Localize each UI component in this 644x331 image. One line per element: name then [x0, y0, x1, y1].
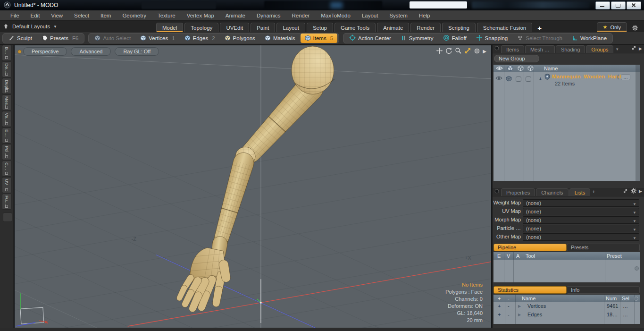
visibility-eye-icon[interactable] — [496, 66, 503, 72]
menu-item-dynamics[interactable]: Dynamics — [251, 10, 286, 21]
viewport-mode-button[interactable]: Perspective — [23, 47, 67, 56]
new-group-button[interactable]: New Group — [494, 55, 539, 62]
row-arrow-icon[interactable]: ▶ — [518, 304, 521, 308]
panel-knob-icon[interactable] — [494, 189, 499, 195]
filter-toggle-icon[interactable] — [527, 65, 534, 72]
panel-gear-icon[interactable] — [630, 187, 637, 195]
menu-item-animate[interactable]: Animate — [220, 10, 251, 21]
viewport-flyout-arrow-icon[interactable]: ▶ — [483, 49, 486, 54]
panel-flyout-arrow-icon[interactable]: ▶ — [639, 46, 642, 51]
orbit-rotate-icon[interactable] — [445, 47, 452, 55]
row-toggle-box[interactable] — [526, 76, 531, 82]
panel-knob-icon[interactable] — [494, 46, 499, 51]
menu-item-file[interactable]: File — [5, 10, 25, 21]
minimize-button[interactable] — [595, 1, 610, 9]
row-eye-icon[interactable] — [495, 76, 502, 82]
row-toggle-box[interactable] — [516, 76, 521, 82]
left-tab-fusion[interactable]: Fu… — [2, 194, 12, 210]
tab-items[interactable]: Items — [501, 45, 524, 53]
auto-select-button[interactable]: Auto Select — [90, 34, 135, 43]
menu-item-maxtomodo[interactable]: MaxToModo — [315, 10, 356, 21]
scroll-notch[interactable] — [635, 266, 639, 271]
weight-map-select[interactable]: (none)▼ — [523, 199, 639, 207]
menu-item-texture[interactable]: Texture — [152, 10, 181, 21]
symmetry-button[interactable]: Symmetry — [396, 34, 438, 43]
viewport-3d-canvas[interactable]: -Z +X — [15, 45, 491, 328]
row-arrow-icon[interactable]: ▶ — [518, 313, 521, 317]
falloff-button[interactable]: Falloff — [439, 34, 471, 43]
viewport-shading-button[interactable]: Advanced — [71, 47, 111, 56]
maximize-viewport-icon[interactable] — [464, 47, 471, 55]
tab-scripting[interactable]: Scripting — [442, 23, 476, 32]
sculpt-button[interactable]: Sculpt — [4, 34, 36, 43]
stat-row-vertices[interactable]: + - ▶ Vertices 9461 … — [493, 302, 640, 311]
tab-layout[interactable]: Layout — [276, 23, 305, 32]
col-collapse[interactable]: - — [508, 295, 510, 302]
viewport-options-gear-icon[interactable] — [474, 48, 480, 55]
menu-item-item[interactable]: Item — [95, 10, 117, 21]
action-center-button[interactable]: Action Center — [345, 34, 395, 43]
left-tab-vertex[interactable]: Ve… — [2, 111, 12, 127]
tab-schematic-fusion[interactable]: Schematic Fusion — [477, 23, 532, 32]
groups-list[interactable]: Name + Mannequin_Wooden_Hand ( … — [493, 65, 640, 181]
maximize-button[interactable] — [611, 1, 626, 9]
add-tab-button[interactable]: + — [592, 189, 595, 195]
statistics-table[interactable]: + - Name Num Sel + - ▶ Vertices 9461 — [493, 295, 640, 324]
vertices-mode-button[interactable]: Vertices 1 — [136, 34, 179, 43]
tab-statistics[interactable]: Statistics — [493, 286, 567, 294]
tab-pipeline[interactable]: Pipeline — [493, 244, 567, 251]
tab-animate[interactable]: Animate — [377, 23, 409, 32]
pin-layout-icon[interactable] — [3, 23, 9, 30]
left-tab-curves[interactable]: C… — [2, 161, 12, 177]
viewport-state-dot-icon[interactable] — [17, 49, 22, 55]
other-map-select[interactable]: (none)▼ — [523, 233, 639, 241]
left-tab-edge[interactable]: E… — [2, 127, 12, 144]
pan-move-icon[interactable] — [436, 47, 443, 55]
menu-item-geometry[interactable]: Geometry — [117, 10, 152, 21]
menu-item-view[interactable]: View — [45, 10, 68, 21]
mannequin-arm-model[interactable] — [176, 46, 334, 312]
tab-shading[interactable]: Shading — [556, 45, 585, 53]
snapping-button[interactable]: Snapping — [472, 34, 512, 43]
left-tab-basic[interactable]: B… — [2, 45, 12, 61]
items-mode-button[interactable]: Items 5 — [301, 34, 338, 43]
expand-button[interactable]: + — [498, 303, 501, 309]
left-tab-polygon[interactable]: Pol… — [2, 144, 12, 160]
polygons-mode-button[interactable]: Polygons — [220, 34, 259, 43]
group-more-chip[interactable]: … — [621, 74, 630, 80]
menu-item-vertex-map[interactable]: Vertex Map — [181, 10, 220, 21]
tab-uvedit[interactable]: UVEdit — [220, 23, 249, 32]
chevron-down-icon[interactable]: ▼ — [615, 47, 619, 51]
stat-row-edges[interactable]: + - ▶ Edges 18… … — [493, 311, 640, 319]
menu-item-select[interactable]: Select — [68, 10, 95, 21]
col-expand[interactable]: + — [498, 295, 501, 302]
uv-map-select[interactable]: (none)▼ — [523, 208, 639, 215]
expand-group-button[interactable]: + — [539, 76, 542, 82]
edges-mode-button[interactable]: Edges 2 — [180, 34, 219, 43]
tab-channels[interactable]: Channels — [536, 188, 568, 196]
tab-model[interactable]: Model — [156, 23, 183, 32]
row-render-icon[interactable] — [506, 76, 512, 83]
render-toggle-icon[interactable] — [507, 65, 513, 72]
group-name[interactable]: Mannequin_Wooden_Hand — [552, 74, 621, 79]
tab-setup[interactable]: Setup — [307, 23, 333, 32]
particle-select[interactable]: (none)▼ — [523, 225, 639, 232]
viewport-raygl-button[interactable]: Ray GL: Off — [115, 47, 159, 56]
only-button[interactable]: ★ Only — [597, 22, 627, 32]
tab-info[interactable]: Info — [567, 286, 640, 294]
expand-button[interactable]: + — [498, 312, 501, 317]
expand-panel-icon[interactable] — [631, 45, 637, 52]
morph-map-select[interactable]: (none)▼ — [523, 216, 639, 224]
left-tab-uv[interactable]: UV — [2, 177, 12, 193]
collapsed-palette-tab[interactable] — [3, 212, 12, 222]
workplane-button[interactable]: WorkPlane — [568, 34, 611, 43]
menu-item-edit[interactable]: Edit — [25, 10, 46, 21]
viewport-3d[interactable]: -Z +X Perspective Advanced Ray GL: Off — [14, 45, 492, 328]
select-through-button[interactable]: Select Through — [513, 34, 567, 43]
tab-paint[interactable]: Paint — [251, 23, 275, 32]
menu-item-system[interactable]: System — [384, 10, 413, 21]
left-tab-duplicate[interactable]: Dupl… — [2, 78, 12, 94]
header-radio-icon[interactable] — [634, 297, 638, 301]
tab-topology[interactable]: Topology — [184, 23, 218, 32]
default-layouts-dropdown[interactable]: Default Layouts — [12, 24, 50, 29]
